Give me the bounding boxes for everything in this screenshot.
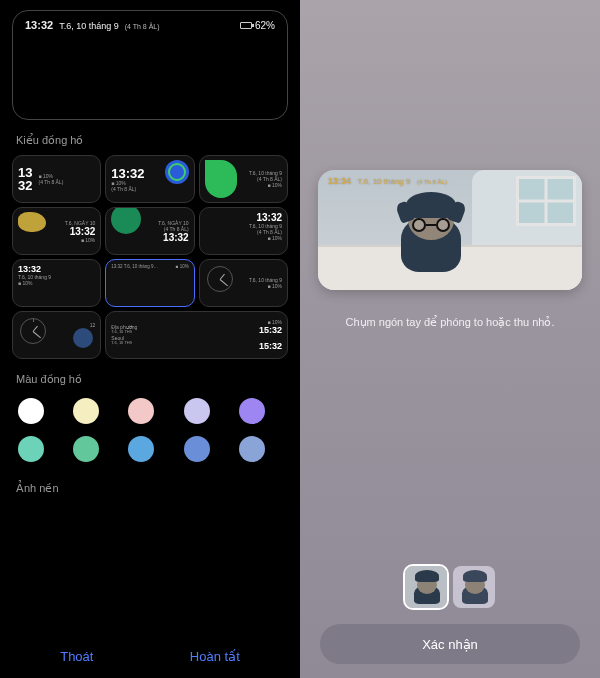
pinch-instruction: Chụm ngón tay để phóng to hoặc thu nhỏ. xyxy=(300,316,600,329)
confirm-button[interactable]: Xác nhận xyxy=(320,624,580,664)
color-option-10[interactable] xyxy=(239,436,265,462)
clock-style-wide-date[interactable]: 13:32 T.6, 10 tháng 9 ■ 10% xyxy=(12,259,101,307)
color-option-5[interactable] xyxy=(239,398,265,424)
clock-style-leaf[interactable]: T.6, NGÀY 10 13:32 ■ 10% xyxy=(12,207,101,255)
wallpaper-image xyxy=(318,170,582,290)
preview-lunar: (4 Th 8 ÂL) xyxy=(125,23,160,30)
color-option-9[interactable] xyxy=(184,436,210,462)
color-option-6[interactable] xyxy=(18,436,44,462)
wp-time: 13:34 xyxy=(328,176,351,186)
clock-style-analog-only[interactable]: 12 xyxy=(12,311,101,359)
preview-time: 13:32 xyxy=(25,19,53,31)
clock-style-time-shape[interactable]: 13:32 ■ 10% (4 Th 8 ÂL) xyxy=(105,155,194,203)
battery-icon xyxy=(240,22,252,29)
leaf-shape-icon xyxy=(18,212,46,232)
lockscreen-preview: 13:32 T.6, 10 tháng 9 (4 Th 8 ÂL) 62% xyxy=(12,10,288,120)
color-option-8[interactable] xyxy=(128,436,154,462)
clock-style-world-clock[interactable]: Địa phương T.6, 10 TH9 Seoul T.6, 10 TH9… xyxy=(105,311,288,359)
section-clock-style: Kiểu đồng hồ xyxy=(16,134,288,147)
color-option-2[interactable] xyxy=(73,398,99,424)
analog-clock-icon xyxy=(20,318,46,344)
wp-lunar: (4 Th 8 ÂL) xyxy=(417,179,447,185)
analog-clock-icon xyxy=(207,266,233,292)
color-option-4[interactable] xyxy=(184,398,210,424)
clock-style-analog-date[interactable]: T.6, 10 tháng 9 ■ 10% xyxy=(199,259,288,307)
color-option-1[interactable] xyxy=(18,398,44,424)
done-button[interactable]: Hoàn tất xyxy=(190,649,240,664)
battery-percent: 62% xyxy=(255,20,275,31)
wallpaper-preview[interactable]: 13:34 T.6, 10 tháng 9 (4 Th 8 ÂL) xyxy=(318,170,582,290)
exit-button[interactable]: Thoát xyxy=(60,649,93,664)
clock-style-curve[interactable]: T.6, 10 tháng 9 (4 Th 8 ÂL) ■ 10% xyxy=(199,155,288,203)
section-clock-color: Màu đồng hồ xyxy=(16,373,288,386)
wallpaper-thumbnails xyxy=(405,566,495,608)
arc-shape-icon xyxy=(111,207,141,234)
circle-icon xyxy=(73,328,93,348)
wallpaper-preview-status: 13:34 T.6, 10 tháng 9 (4 Th 8 ÂL) xyxy=(328,176,572,186)
clock-style-right-align[interactable]: 13:32 T.6, 10 tháng 9 (4 Th 8 ÂL) ■ 10% xyxy=(199,207,288,255)
bottom-bar: Thoát Hoàn tất xyxy=(12,637,288,678)
wallpaper-thumb-1[interactable] xyxy=(405,566,447,608)
preview-status-bar: 13:32 T.6, 10 tháng 9 (4 Th 8 ÂL) 62% xyxy=(25,19,275,31)
preview-date: T.6, 10 tháng 9 xyxy=(59,21,119,31)
preview-time-date: 13:32 T.6, 10 tháng 9 (4 Th 8 ÂL) xyxy=(25,19,160,31)
wallpaper-thumb-2[interactable] xyxy=(453,566,495,608)
clock-style-stacked[interactable]: 13 32 ■ 10% (4 Th 8 ÂL) xyxy=(12,155,101,203)
wallpaper-zoom-editor: 13:34 T.6, 10 tháng 9 (4 Th 8 ÂL) Chụm n… xyxy=(300,0,600,678)
curve-shape-icon xyxy=(205,160,237,198)
preview-battery: 62% xyxy=(240,20,275,31)
color-option-3[interactable] xyxy=(128,398,154,424)
section-wallpaper: Ảnh nền xyxy=(16,482,288,495)
clock-style-tiny-bar[interactable]: 13:32 T.6, 10 tháng 9… ■ 10% xyxy=(105,259,194,307)
clock-style-arc[interactable]: T.6, NGÀY 10 (4 Th 8 ÂL) 13:32 xyxy=(105,207,194,255)
color-option-7[interactable] xyxy=(73,436,99,462)
clock-color-grid xyxy=(12,394,288,466)
clock-style-editor: 13:32 T.6, 10 tháng 9 (4 Th 8 ÂL) 62% Ki… xyxy=(0,0,300,678)
clock-styles-grid: 13 32 ■ 10% (4 Th 8 ÂL) 13:32 ■ 10% (4 T… xyxy=(12,155,288,359)
wp-date: T.6, 10 tháng 9 xyxy=(358,177,411,186)
